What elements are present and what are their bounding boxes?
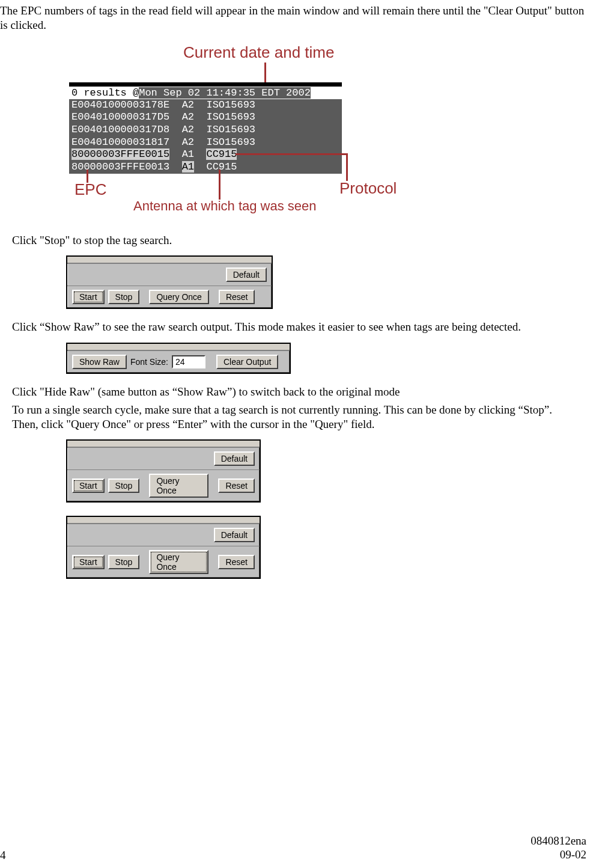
- tag-row: E0040100000317D8 A2 ISO15693: [69, 124, 342, 136]
- font-size-label: Font Size:: [130, 357, 168, 367]
- figure-1-annotated-screenshot: Current date and time 0 results @Mon Sep…: [66, 43, 487, 230]
- tag-results-window: 0 results @Mon Sep 02 11:49:35 EDT 2002 …: [69, 82, 342, 174]
- default-button[interactable]: Default: [214, 528, 255, 542]
- callout-line: [236, 153, 347, 155]
- paragraph-show-raw: Click “Show Raw” to see the raw search o…: [12, 320, 565, 334]
- stop-button[interactable]: Stop: [108, 290, 140, 304]
- query-once-button[interactable]: Query Once: [149, 474, 208, 498]
- doc-number: 0840812ena: [531, 834, 586, 848]
- stop-button[interactable]: Stop: [108, 555, 140, 569]
- default-button[interactable]: Default: [214, 451, 255, 466]
- callout-line: [219, 170, 220, 200]
- reset-button[interactable]: Reset: [218, 555, 255, 569]
- default-button[interactable]: Default: [226, 267, 267, 282]
- reset-button[interactable]: Reset: [218, 478, 255, 493]
- toolbar-panel-queryonce-b: Default Start Stop Query Once Reset: [66, 516, 261, 579]
- intro-paragraph: The EPC numbers of tags in the read fiel…: [0, 4, 590, 32]
- callout-protocol: Protocol: [339, 179, 397, 198]
- tag-row: E0040100000317D5 A2 ISO15693: [69, 111, 342, 124]
- toolbar-panel-showraw: Show Raw Font Size: 24 Clear Output: [66, 343, 291, 374]
- font-size-input[interactable]: 24: [172, 355, 205, 368]
- callout-line: [264, 63, 266, 82]
- toolbar-panel-queryonce-a: Default Start Stop Query Once Reset: [66, 439, 261, 503]
- tag-row: E00401000003178E A2 ISO15693: [69, 99, 342, 112]
- tag-row: 80000003FFFE0013 A1 CC915: [69, 161, 342, 174]
- show-raw-button[interactable]: Show Raw: [72, 355, 127, 369]
- reset-button[interactable]: Reset: [219, 290, 255, 304]
- results-header: 0 results @Mon Sep 02 11:49:35 EDT 2002: [69, 87, 342, 99]
- tag-row: 80000003FFFE0015 A1 CC915: [69, 148, 342, 161]
- page-number: 4: [0, 849, 6, 862]
- clear-output-button[interactable]: Clear Output: [216, 355, 278, 369]
- callout-line: [346, 153, 348, 181]
- start-button[interactable]: Start: [72, 555, 105, 569]
- query-once-button[interactable]: Query Once: [149, 290, 208, 304]
- paragraph-hide-raw: Click "Hide Raw" (same button as “Show R…: [12, 385, 590, 399]
- toolbar-panel-stop: Default Start Stop Query Once Reset: [66, 255, 273, 309]
- paragraph-query-once: To run a single search cycle, make sure …: [12, 403, 565, 432]
- paragraph-stop: Click "Stop" to stop the tag search.: [12, 233, 590, 248]
- query-once-button[interactable]: Query Once: [149, 550, 208, 574]
- start-button[interactable]: Start: [72, 290, 105, 304]
- start-button[interactable]: Start: [72, 478, 105, 493]
- callout-current-date: Current date and time: [183, 43, 334, 62]
- tag-row: E004010000031817 A2 ISO15693: [69, 136, 342, 149]
- callout-antenna: Antenna at which tag was seen: [133, 198, 317, 214]
- doc-date: 09-02: [531, 848, 586, 862]
- stop-button[interactable]: Stop: [108, 478, 140, 493]
- callout-epc: EPC: [75, 180, 106, 199]
